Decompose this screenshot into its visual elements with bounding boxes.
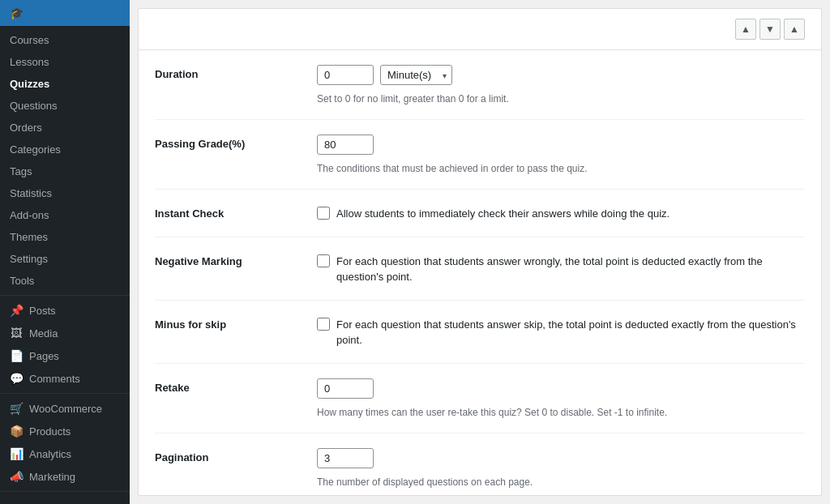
label: Orders: [10, 122, 42, 134]
label: Posts: [29, 305, 56, 317]
description-pagination: The number of displayed questions on eac…: [317, 476, 805, 488]
label: Add-ons: [10, 209, 49, 221]
woo-nav: 🛒WooCommerce📦Products📊Analytics📣Marketin…: [0, 394, 130, 492]
label: Marketing: [29, 471, 75, 483]
label: Analytics: [29, 448, 71, 460]
sidebar-item-comments[interactable]: 💬Comments: [0, 367, 130, 390]
learnpress-nav: CoursesLessonsQuizzesQuestionsOrdersCate…: [0, 26, 130, 296]
checkbox-instant-check[interactable]: [317, 207, 330, 220]
checkbox-negative-marking[interactable]: [317, 254, 330, 267]
collapse-up-button[interactable]: ▲: [735, 19, 756, 40]
setting-content-instant-check: Allow students to immediately check thei…: [317, 204, 805, 222]
sidebar-item-tags[interactable]: Tags: [0, 160, 130, 182]
setting-row-instant-check: Instant CheckAllow students to immediate…: [155, 190, 805, 237]
label: Quizzes: [10, 78, 49, 90]
setting-row-passing-grade: Passing Grade(%)The conditions that must…: [155, 120, 805, 190]
sidebar-item-woocommerce[interactable]: 🛒WooCommerce: [0, 397, 130, 420]
setting-row-negative-marking: Negative MarkingFor each question that s…: [155, 237, 805, 301]
checkbox-label-instant-check: Allow students to immediately check thei…: [336, 206, 670, 222]
label: Lessons: [10, 56, 49, 68]
marketing-icon: 📣: [10, 470, 23, 483]
sidebar-brand[interactable]: 🎓: [0, 0, 130, 26]
sidebar-item-quizzes[interactable]: Quizzes: [0, 73, 130, 95]
description-passing-grade: The conditions that must be achieved in …: [317, 163, 805, 174]
label: Statistics: [10, 187, 52, 199]
setting-row-minus-for-skip: Minus for skipFor each question that stu…: [155, 301, 805, 364]
label: Tags: [10, 165, 32, 177]
main-area: ▲ ▼ ▲ DurationMinute(s)Hour(s)Day(s)▾Set…: [130, 0, 830, 504]
label: Themes: [10, 231, 48, 243]
setting-content-passing-grade: The conditions that must be achieved in …: [317, 135, 805, 174]
label: Products: [29, 425, 71, 438]
setting-label-instant-check: Instant Check: [155, 204, 317, 220]
input-passing-grade[interactable]: [317, 135, 374, 155]
sidebar-item-add-ons[interactable]: Add-ons: [0, 204, 130, 226]
checkbox-row-instant-check: Allow students to immediately check thei…: [317, 204, 805, 222]
settings-header: ▲ ▼ ▲: [139, 9, 821, 50]
media-icon: 🖼: [10, 327, 23, 340]
checkbox-minus-for-skip[interactable]: [317, 318, 330, 331]
sidebar-item-posts[interactable]: 📌Posts: [0, 299, 130, 322]
setting-label-retake: Retake: [155, 378, 317, 394]
setting-row-pagination: PaginationThe number of displayed questi…: [155, 434, 805, 497]
label: Media: [29, 327, 58, 340]
sidebar-item-media[interactable]: 🖼Media: [0, 322, 130, 344]
sidebar-item-themes[interactable]: Themes: [0, 226, 130, 248]
settings-panel: ▲ ▼ ▲ DurationMinute(s)Hour(s)Day(s)▾Set…: [138, 8, 822, 496]
setting-content-negative-marking: For each question that students answer w…: [317, 252, 805, 285]
setting-label-negative-marking: Negative Marking: [155, 252, 317, 267]
analytics-icon: 📊: [10, 447, 23, 460]
duration-input-row: Minute(s)Hour(s)Day(s)▾: [317, 65, 805, 85]
label: WooCommerce: [29, 403, 102, 415]
sidebar-item-marketing[interactable]: 📣Marketing: [0, 465, 130, 488]
setting-content-minus-for-skip: For each question that students answer s…: [317, 315, 805, 348]
posts-icon: 📌: [10, 304, 23, 317]
label: Pages: [29, 350, 59, 362]
products-icon: 📦: [10, 425, 23, 438]
sidebar-item-statistics[interactable]: Statistics: [0, 182, 130, 204]
woocommerce-icon: 🛒: [10, 402, 23, 415]
sidebar-item-pages[interactable]: 📄Pages: [0, 344, 130, 367]
description-duration: Set to 0 for no limit, greater than 0 fo…: [317, 93, 805, 105]
label: Tools: [10, 275, 34, 287]
sidebar-item-orders[interactable]: Orders: [0, 117, 130, 139]
duration-select[interactable]: Minute(s)Hour(s)Day(s): [380, 65, 452, 85]
sidebar-item-lessons[interactable]: Lessons: [0, 51, 130, 73]
pages-icon: 📄: [10, 349, 23, 362]
settings-body: DurationMinute(s)Hour(s)Day(s)▾Set to 0 …: [139, 50, 821, 496]
sidebar-item-questions[interactable]: Questions: [0, 95, 130, 117]
sidebar-item-categories[interactable]: Categories: [0, 139, 130, 160]
setting-label-passing-grade: Passing Grade(%): [155, 135, 317, 150]
label: Questions: [10, 100, 58, 112]
expand-button[interactable]: ▲: [784, 19, 805, 40]
setting-label-minus-for-skip: Minus for skip: [155, 315, 317, 331]
comments-icon: 💬: [10, 372, 23, 385]
input-pagination[interactable]: [317, 448, 374, 468]
input-retake[interactable]: [317, 378, 374, 399]
sidebar-item-analytics[interactable]: 📊Analytics: [0, 442, 130, 465]
wp-nav: 📌Posts🖼Media📄Pages💬Comments: [0, 296, 130, 394]
checkbox-row-minus-for-skip: For each question that students answer s…: [317, 315, 805, 348]
setting-row-duration: DurationMinute(s)Hour(s)Day(s)▾Set to 0 …: [155, 50, 805, 120]
sidebar-item-settings[interactable]: Settings: [0, 248, 130, 270]
checkbox-label-negative-marking: For each question that students answer w…: [336, 254, 805, 285]
collapse-down-button[interactable]: ▼: [759, 19, 781, 40]
sidebar-item-tools[interactable]: Tools: [0, 270, 130, 292]
sidebar: 🎓 CoursesLessonsQuizzesQuestionsOrdersCa…: [0, 0, 130, 504]
sidebar-item-products[interactable]: 📦Products: [0, 420, 130, 442]
setting-content-retake: How many times can the user re-take this…: [317, 378, 805, 418]
description-retake: How many times can the user re-take this…: [317, 407, 805, 418]
setting-content-duration: Minute(s)Hour(s)Day(s)▾Set to 0 for no l…: [317, 65, 805, 105]
checkbox-label-minus-for-skip: For each question that students answer s…: [336, 317, 805, 348]
setting-content-pagination: The number of displayed questions on eac…: [317, 448, 805, 488]
header-controls: ▲ ▼ ▲: [735, 19, 805, 40]
brand-icon: 🎓: [10, 6, 24, 19]
setting-row-retake: RetakeHow many times can the user re-tak…: [155, 364, 805, 434]
setting-label-pagination: Pagination: [155, 448, 317, 463]
label: Settings: [10, 253, 48, 265]
duration-select-wrapper: Minute(s)Hour(s)Day(s)▾: [380, 65, 452, 85]
input-duration[interactable]: [317, 65, 374, 85]
checkbox-row-negative-marking: For each question that students answer w…: [317, 252, 805, 285]
setting-label-duration: Duration: [155, 65, 317, 80]
sidebar-item-courses[interactable]: Courses: [0, 29, 130, 51]
